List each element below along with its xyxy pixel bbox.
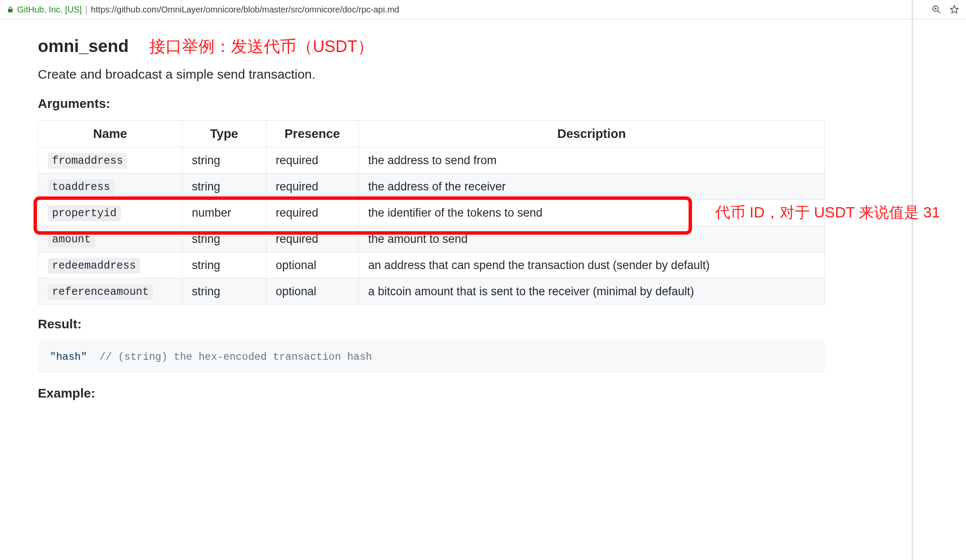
arg-name: redeemaddress xyxy=(48,258,140,274)
result-codeblock: "hash" // (string) the hex-encoded trans… xyxy=(38,341,825,373)
arg-type: string xyxy=(182,252,266,278)
table-row: referenceamount string optional a bitcoi… xyxy=(38,278,825,305)
code-comment: // (string) the hex-encoded transaction … xyxy=(99,351,372,363)
arg-presence: optional xyxy=(266,278,359,305)
arg-presence: required xyxy=(266,174,359,200)
svg-marker-4 xyxy=(951,6,958,13)
arg-presence: required xyxy=(266,200,359,226)
example-heading: Example: xyxy=(38,386,966,401)
col-type: Type xyxy=(182,121,266,147)
arguments-table: Name Type Presence Description fromaddre… xyxy=(38,120,825,305)
arg-type: string xyxy=(182,174,266,200)
col-description: Description xyxy=(359,121,825,147)
browser-address-bar[interactable]: GitHub, Inc. [US] | https://github.com/O… xyxy=(0,0,966,19)
section-heading: omni_send xyxy=(38,37,129,56)
arg-desc: the amount to send xyxy=(359,226,825,252)
arg-desc: an address that can spend the transactio… xyxy=(359,252,825,278)
document-page: omni_send 接口举例：发送代币（USDT） Create and bro… xyxy=(0,19,966,427)
result-heading: Result: xyxy=(38,317,966,331)
arg-name: amount xyxy=(48,232,95,248)
arg-desc: the address of the receiver xyxy=(359,174,825,200)
table-row: fromaddress string required the address … xyxy=(38,147,825,174)
url-separator: | xyxy=(85,5,87,15)
table-row: toaddress string required the address of… xyxy=(38,174,825,200)
arg-type: number xyxy=(182,200,266,226)
arg-name: referenceamount xyxy=(48,284,153,300)
star-icon[interactable] xyxy=(950,5,959,14)
arg-type: string xyxy=(182,278,266,305)
arg-presence: required xyxy=(266,147,359,174)
arg-type: string xyxy=(182,226,266,252)
site-identity: GitHub, Inc. [US] xyxy=(17,5,82,15)
row-callout: 代币 ID，对于 USDT 来说值是 31 xyxy=(715,202,940,223)
arg-presence: optional xyxy=(266,252,359,278)
arg-presence: required xyxy=(266,226,359,252)
arg-name: fromaddress xyxy=(48,153,127,169)
table-row: propertyid number required the identifie… xyxy=(38,200,825,226)
heading-annotation: 接口举例：发送代币（USDT） xyxy=(149,36,373,58)
arguments-table-wrapper: Name Type Presence Description fromaddre… xyxy=(38,120,966,305)
code-string: "hash" xyxy=(50,351,87,363)
col-presence: Presence xyxy=(266,121,359,147)
table-row: amount string required the amount to sen… xyxy=(38,226,825,252)
table-row: redeemaddress string optional an address… xyxy=(38,252,825,278)
arg-name: propertyid xyxy=(48,205,121,221)
arg-type: string xyxy=(182,147,266,174)
arg-name: toaddress xyxy=(48,179,114,195)
col-name: Name xyxy=(38,121,182,147)
url-text[interactable]: https://github.com/OmniLayer/omnicore/bl… xyxy=(91,5,932,15)
section-description: Create and broadcast a simple send trans… xyxy=(38,67,966,82)
lock-icon xyxy=(7,6,14,13)
arguments-heading: Arguments: xyxy=(38,96,966,111)
arg-desc: a bitcoin amount that is sent to the rec… xyxy=(359,278,825,305)
zoom-icon[interactable] xyxy=(932,5,941,14)
arg-desc: the address to send from xyxy=(359,147,825,174)
svg-line-1 xyxy=(938,11,940,13)
